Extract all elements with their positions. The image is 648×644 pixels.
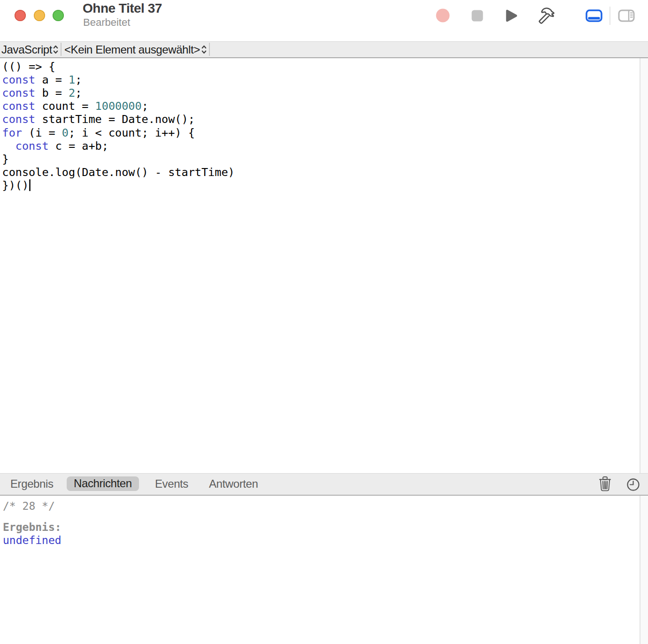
tab-nachrichten[interactable]: Nachrichten (67, 476, 139, 491)
code-segment: })() (2, 179, 29, 192)
history-button[interactable] (627, 478, 640, 491)
chevron-up-down-icon (201, 45, 207, 54)
code-segment: ; (75, 73, 82, 86)
code-segment: 1000000 (95, 100, 142, 113)
code-segment: 0 (62, 126, 69, 139)
panel-bottom-icon (586, 9, 602, 22)
code-segment: console.log(Date.now() - startTime) (2, 166, 235, 179)
language-popup-label: JavaScript (1, 42, 52, 57)
hammer-icon (537, 7, 556, 25)
sidebar-panel-toggle-button[interactable] (618, 9, 635, 22)
code-line: const count = 1000000; (2, 100, 630, 113)
code-segment: 2 (69, 86, 75, 100)
stop-square-icon (471, 10, 483, 22)
code-segment: ; (75, 86, 82, 100)
tab-antworten[interactable]: Antworten (209, 474, 258, 495)
code-segment: } (2, 153, 9, 166)
trash-icon (599, 476, 611, 491)
code-segment: 1 (69, 73, 75, 86)
minimize-button[interactable] (34, 10, 45, 21)
code-line: (() => { (2, 60, 630, 73)
clear-log-button[interactable] (599, 476, 611, 491)
chevron-up-down-icon (53, 45, 58, 54)
code-editor[interactable]: (() => {const a = 1;const b = 2;const co… (0, 58, 648, 473)
console-log-line: /* 28 */ (3, 499, 629, 513)
code-segment: ; i < count; i++) { (69, 126, 195, 139)
code-line: const c = a+b; (2, 139, 630, 153)
code-segment (2, 139, 15, 153)
window-subtitle: Bearbeitet (83, 17, 365, 28)
code-segment: (i = (22, 126, 62, 139)
code-line: for (i = 0; i < count; i++) { (2, 126, 630, 139)
code-line: const b = 2; (2, 86, 630, 100)
code-segment: const (2, 113, 36, 126)
code-segment: const (2, 86, 36, 100)
panel-sidebar-icon (618, 9, 635, 22)
code-line: console.log(Date.now() - startTime) (2, 166, 630, 179)
navigation-bar: JavaScript <Kein Element ausgewählt> (0, 41, 648, 58)
console-result-label: Ergebnis: (3, 521, 629, 534)
code-segment: ; (142, 100, 148, 113)
record-circle-icon (436, 8, 450, 23)
titlebar: Ohne Titel 37 Bearbeitet (0, 0, 648, 41)
editor-scrollbar-track[interactable] (640, 58, 648, 473)
bottom-panel-toggle-button[interactable] (586, 9, 602, 22)
run-button[interactable] (505, 9, 518, 23)
element-popup-label: <Kein Element ausgewählt> (64, 42, 200, 57)
tab-events[interactable]: Events (155, 474, 188, 495)
accessory-tab-bar: Ergebnis Nachrichten Events Antworten (0, 473, 648, 496)
code-segment: (() => { (2, 60, 55, 73)
code-line: })() (2, 179, 630, 192)
code-line: const startTime = Date.now(); (2, 113, 630, 126)
history-clock-icon (627, 478, 640, 491)
tab-ergebnis[interactable]: Ergebnis (10, 474, 54, 495)
close-button[interactable] (15, 10, 26, 21)
code-line: const a = 1; (2, 73, 630, 86)
code-segment: count = (35, 100, 95, 113)
console-content: /* 28 */ Ergebnis: undefined (0, 496, 629, 547)
compile-button[interactable] (537, 7, 556, 25)
code-text[interactable]: (() => {const a = 1;const b = 2;const co… (0, 58, 629, 473)
code-segment: c = a+b; (49, 139, 108, 153)
record-button[interactable] (436, 8, 450, 23)
code-line: } (2, 153, 630, 166)
code-segment: startTime = Date.now(); (35, 113, 195, 126)
code-segment: const (2, 73, 36, 86)
window-title: Ohne Titel 37 (83, 1, 364, 15)
code-segment: for (2, 126, 22, 139)
stop-button[interactable] (471, 10, 483, 22)
code-segment: b = (35, 86, 69, 100)
text-caret (29, 179, 31, 191)
popup-separator (209, 43, 210, 56)
toolbar-divider (609, 7, 610, 25)
play-triangle-icon (505, 9, 518, 23)
console-result-value: undefined (3, 534, 629, 547)
code-segment: const (15, 139, 49, 153)
console-output[interactable]: /* 28 */ Ergebnis: undefined (0, 496, 629, 644)
zoom-button[interactable] (53, 10, 64, 21)
console-scrollbar-track[interactable] (640, 496, 648, 644)
script-editor-window: Ohne Titel 37 Bearbeitet (0, 0, 648, 644)
code-segment: a = (35, 73, 69, 86)
code-segment: const (2, 100, 36, 113)
